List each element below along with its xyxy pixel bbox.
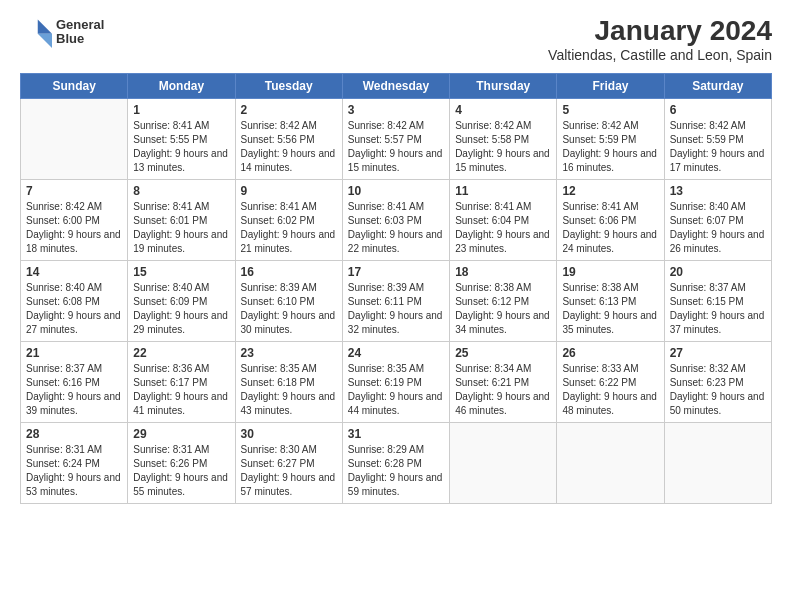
calendar-cell: 12Sunrise: 8:41 AMSunset: 6:06 PMDayligh… [557,179,664,260]
day-number: 13 [670,184,766,198]
day-number: 4 [455,103,551,117]
calendar-cell: 16Sunrise: 8:39 AMSunset: 6:10 PMDayligh… [235,260,342,341]
calendar-cell: 15Sunrise: 8:40 AMSunset: 6:09 PMDayligh… [128,260,235,341]
day-number: 19 [562,265,658,279]
calendar-title: January 2024 [548,16,772,47]
day-info: Sunrise: 8:29 AMSunset: 6:28 PMDaylight:… [348,443,444,499]
calendar-cell: 3Sunrise: 8:42 AMSunset: 5:57 PMDaylight… [342,98,449,179]
day-info: Sunrise: 8:42 AMSunset: 5:58 PMDaylight:… [455,119,551,175]
calendar-subtitle: Valtiendas, Castille and Leon, Spain [548,47,772,63]
calendar-cell: 25Sunrise: 8:34 AMSunset: 6:21 PMDayligh… [450,341,557,422]
day-info: Sunrise: 8:32 AMSunset: 6:23 PMDaylight:… [670,362,766,418]
calendar-cell: 1Sunrise: 8:41 AMSunset: 5:55 PMDaylight… [128,98,235,179]
day-number: 15 [133,265,229,279]
day-info: Sunrise: 8:37 AMSunset: 6:15 PMDaylight:… [670,281,766,337]
day-info: Sunrise: 8:41 AMSunset: 6:02 PMDaylight:… [241,200,337,256]
logo-icon [20,16,52,48]
day-info: Sunrise: 8:42 AMSunset: 5:57 PMDaylight:… [348,119,444,175]
title-block: January 2024 Valtiendas, Castille and Le… [548,16,772,63]
calendar-cell: 26Sunrise: 8:33 AMSunset: 6:22 PMDayligh… [557,341,664,422]
day-info: Sunrise: 8:37 AMSunset: 6:16 PMDaylight:… [26,362,122,418]
day-number: 27 [670,346,766,360]
calendar-cell: 19Sunrise: 8:38 AMSunset: 6:13 PMDayligh… [557,260,664,341]
header: General Blue January 2024 Valtiendas, Ca… [20,16,772,63]
day-info: Sunrise: 8:42 AMSunset: 5:56 PMDaylight:… [241,119,337,175]
day-number: 21 [26,346,122,360]
day-number: 18 [455,265,551,279]
logo-text: General Blue [56,18,104,47]
calendar-cell: 9Sunrise: 8:41 AMSunset: 6:02 PMDaylight… [235,179,342,260]
day-info: Sunrise: 8:40 AMSunset: 6:09 PMDaylight:… [133,281,229,337]
calendar-cell: 4Sunrise: 8:42 AMSunset: 5:58 PMDaylight… [450,98,557,179]
calendar-cell: 27Sunrise: 8:32 AMSunset: 6:23 PMDayligh… [664,341,771,422]
calendar-cell: 13Sunrise: 8:40 AMSunset: 6:07 PMDayligh… [664,179,771,260]
calendar-cell: 30Sunrise: 8:30 AMSunset: 6:27 PMDayligh… [235,422,342,503]
day-info: Sunrise: 8:35 AMSunset: 6:18 PMDaylight:… [241,362,337,418]
day-info: Sunrise: 8:40 AMSunset: 6:08 PMDaylight:… [26,281,122,337]
day-info: Sunrise: 8:38 AMSunset: 6:12 PMDaylight:… [455,281,551,337]
calendar-header-row: SundayMondayTuesdayWednesdayThursdayFrid… [21,73,772,98]
calendar-header-friday: Friday [557,73,664,98]
calendar-cell: 17Sunrise: 8:39 AMSunset: 6:11 PMDayligh… [342,260,449,341]
calendar-cell: 23Sunrise: 8:35 AMSunset: 6:18 PMDayligh… [235,341,342,422]
day-number: 20 [670,265,766,279]
calendar-cell [557,422,664,503]
calendar-cell: 28Sunrise: 8:31 AMSunset: 6:24 PMDayligh… [21,422,128,503]
day-number: 11 [455,184,551,198]
logo-line2: Blue [56,32,104,46]
calendar-week-2: 7Sunrise: 8:42 AMSunset: 6:00 PMDaylight… [21,179,772,260]
svg-marker-0 [38,20,52,34]
calendar-cell: 7Sunrise: 8:42 AMSunset: 6:00 PMDaylight… [21,179,128,260]
calendar-header-saturday: Saturday [664,73,771,98]
day-info: Sunrise: 8:36 AMSunset: 6:17 PMDaylight:… [133,362,229,418]
day-info: Sunrise: 8:42 AMSunset: 5:59 PMDaylight:… [562,119,658,175]
calendar-cell [450,422,557,503]
day-info: Sunrise: 8:41 AMSunset: 6:04 PMDaylight:… [455,200,551,256]
day-number: 16 [241,265,337,279]
calendar-week-4: 21Sunrise: 8:37 AMSunset: 6:16 PMDayligh… [21,341,772,422]
calendar-cell: 20Sunrise: 8:37 AMSunset: 6:15 PMDayligh… [664,260,771,341]
day-number: 17 [348,265,444,279]
calendar-cell: 10Sunrise: 8:41 AMSunset: 6:03 PMDayligh… [342,179,449,260]
day-info: Sunrise: 8:39 AMSunset: 6:10 PMDaylight:… [241,281,337,337]
day-info: Sunrise: 8:40 AMSunset: 6:07 PMDaylight:… [670,200,766,256]
day-info: Sunrise: 8:34 AMSunset: 6:21 PMDaylight:… [455,362,551,418]
logo-line1: General [56,18,104,32]
calendar-cell: 14Sunrise: 8:40 AMSunset: 6:08 PMDayligh… [21,260,128,341]
day-number: 23 [241,346,337,360]
day-number: 8 [133,184,229,198]
day-number: 28 [26,427,122,441]
day-number: 14 [26,265,122,279]
logo: General Blue [20,16,104,48]
day-info: Sunrise: 8:33 AMSunset: 6:22 PMDaylight:… [562,362,658,418]
calendar-cell: 8Sunrise: 8:41 AMSunset: 6:01 PMDaylight… [128,179,235,260]
day-number: 9 [241,184,337,198]
day-info: Sunrise: 8:39 AMSunset: 6:11 PMDaylight:… [348,281,444,337]
calendar-cell: 21Sunrise: 8:37 AMSunset: 6:16 PMDayligh… [21,341,128,422]
calendar-cell: 5Sunrise: 8:42 AMSunset: 5:59 PMDaylight… [557,98,664,179]
day-info: Sunrise: 8:38 AMSunset: 6:13 PMDaylight:… [562,281,658,337]
day-number: 26 [562,346,658,360]
day-number: 6 [670,103,766,117]
calendar-header-tuesday: Tuesday [235,73,342,98]
calendar-header-sunday: Sunday [21,73,128,98]
calendar-cell: 11Sunrise: 8:41 AMSunset: 6:04 PMDayligh… [450,179,557,260]
day-info: Sunrise: 8:41 AMSunset: 6:03 PMDaylight:… [348,200,444,256]
day-info: Sunrise: 8:35 AMSunset: 6:19 PMDaylight:… [348,362,444,418]
day-number: 24 [348,346,444,360]
day-number: 25 [455,346,551,360]
day-number: 30 [241,427,337,441]
day-number: 22 [133,346,229,360]
day-number: 1 [133,103,229,117]
day-info: Sunrise: 8:42 AMSunset: 6:00 PMDaylight:… [26,200,122,256]
calendar-cell: 24Sunrise: 8:35 AMSunset: 6:19 PMDayligh… [342,341,449,422]
calendar-cell: 29Sunrise: 8:31 AMSunset: 6:26 PMDayligh… [128,422,235,503]
calendar-cell: 2Sunrise: 8:42 AMSunset: 5:56 PMDaylight… [235,98,342,179]
calendar-week-1: 1Sunrise: 8:41 AMSunset: 5:55 PMDaylight… [21,98,772,179]
calendar-cell [664,422,771,503]
day-info: Sunrise: 8:31 AMSunset: 6:24 PMDaylight:… [26,443,122,499]
day-info: Sunrise: 8:31 AMSunset: 6:26 PMDaylight:… [133,443,229,499]
calendar-header-thursday: Thursday [450,73,557,98]
svg-rect-2 [20,16,38,48]
page: General Blue January 2024 Valtiendas, Ca… [0,0,792,612]
